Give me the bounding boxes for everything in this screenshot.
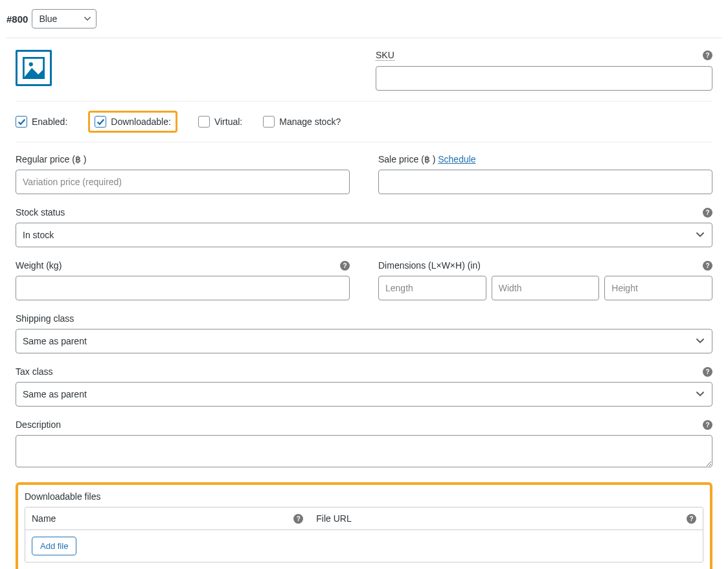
schedule-link[interactable]: Schedule: [438, 154, 475, 164]
weight-label: Weight (kg): [16, 260, 62, 271]
width-input[interactable]: [492, 276, 600, 300]
help-icon[interactable]: ?: [703, 367, 712, 377]
downloadable-highlight: Downloadable:: [88, 111, 177, 133]
help-icon[interactable]: ?: [703, 208, 712, 218]
downloadable-checkbox[interactable]: [95, 116, 106, 128]
dimensions-label: Dimensions (L×W×H) (in): [378, 260, 481, 271]
variation-id: #800: [6, 14, 28, 25]
shipping-class-value: Same as parent: [23, 336, 87, 346]
enabled-label: Enabled:: [32, 117, 67, 127]
height-input[interactable]: [604, 276, 712, 300]
sku-label: SKU: [376, 50, 394, 61]
sale-price-label-text: Sale price (฿ ): [378, 154, 438, 164]
shipping-class-label: Shipping class: [16, 313, 712, 324]
tax-class-label: Tax class: [16, 366, 53, 377]
manage-stock-label: Manage stock?: [279, 117, 341, 127]
regular-price-label: Regular price (฿ ): [16, 154, 350, 164]
chevron-down-icon: [696, 339, 704, 344]
help-icon[interactable]: ?: [687, 514, 696, 524]
help-icon[interactable]: ?: [703, 420, 712, 430]
add-file-button[interactable]: Add file: [32, 537, 76, 555]
stock-status-label: Stock status: [16, 207, 65, 218]
chevron-down-icon: [696, 232, 704, 238]
sale-price-input[interactable]: [378, 170, 712, 194]
downloadable-files-label: Downloadable files: [25, 491, 703, 502]
variation-image-placeholder[interactable]: [16, 50, 52, 86]
regular-price-input[interactable]: [16, 170, 350, 194]
help-icon[interactable]: ?: [703, 261, 712, 271]
chevron-down-icon: [84, 17, 91, 21]
sku-input[interactable]: [376, 66, 712, 91]
help-icon[interactable]: ?: [340, 261, 350, 271]
chevron-down-icon: [696, 392, 704, 397]
help-icon[interactable]: ?: [293, 514, 303, 524]
dl-col-name: Name: [32, 513, 56, 524]
variation-attribute-select[interactable]: Blue: [32, 9, 97, 28]
enabled-checkbox[interactable]: [16, 116, 27, 128]
virtual-label: Virtual:: [214, 117, 242, 127]
help-icon[interactable]: ?: [703, 50, 712, 60]
dl-col-url: File URL: [316, 513, 351, 524]
stock-status-select[interactable]: In stock: [16, 223, 712, 247]
description-label: Description: [16, 419, 61, 430]
virtual-checkbox[interactable]: [198, 116, 210, 128]
stock-status-value: In stock: [23, 230, 54, 240]
variation-attribute-value: Blue: [39, 14, 57, 24]
weight-input[interactable]: [16, 276, 350, 300]
downloadable-files-section: Downloadable files Name ? File URL ? A: [16, 482, 712, 569]
downloadable-files-table: Name ? File URL ? Add file: [25, 507, 703, 563]
image-icon: [23, 57, 45, 79]
variation-options-row: Enabled: Downloadable: Virtual: Manage s…: [16, 102, 712, 142]
variation-header: #800 Blue: [6, 9, 722, 38]
svg-point-1: [29, 62, 33, 66]
manage-stock-checkbox[interactable]: [263, 116, 275, 128]
description-textarea[interactable]: [16, 435, 712, 467]
downloadable-label: Downloadable:: [111, 117, 171, 127]
shipping-class-select[interactable]: Same as parent: [16, 329, 712, 353]
tax-class-select[interactable]: Same as parent: [16, 382, 712, 407]
length-input[interactable]: [378, 276, 486, 300]
tax-class-value: Same as parent: [23, 389, 87, 399]
sale-price-label: Sale price (฿ ) Schedule: [378, 154, 712, 164]
